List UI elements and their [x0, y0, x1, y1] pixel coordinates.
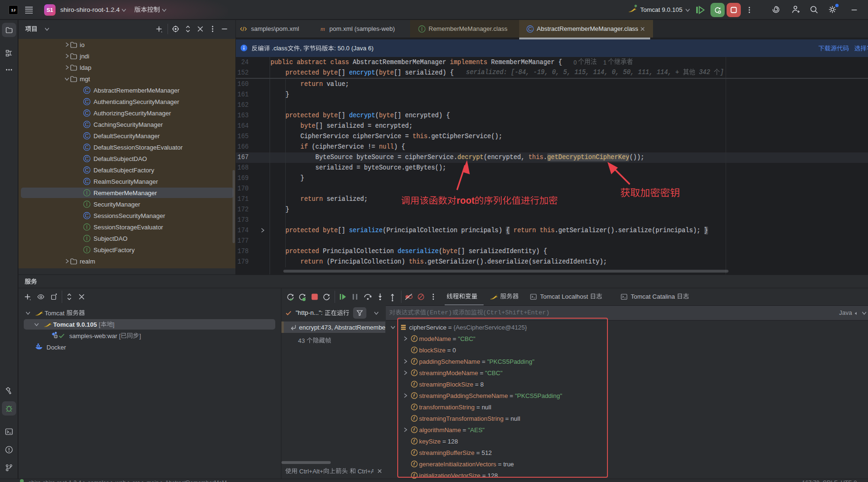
- svg-text:C: C: [528, 26, 532, 32]
- svg-text:C: C: [85, 87, 89, 93]
- svg-text:C: C: [85, 110, 89, 116]
- svg-text:I: I: [86, 190, 87, 196]
- svg-text:I: I: [86, 236, 87, 241]
- svg-text:C: C: [85, 133, 89, 139]
- svg-text:C: C: [85, 167, 89, 173]
- svg-text:C: C: [85, 122, 89, 127]
- svg-text:I: I: [86, 247, 87, 253]
- svg-text:I: I: [421, 26, 422, 32]
- svg-text:C: C: [85, 99, 89, 104]
- svg-text:I: I: [86, 201, 87, 207]
- svg-text:I: I: [86, 224, 87, 230]
- svg-text:C: C: [85, 144, 89, 150]
- svg-text:C: C: [85, 179, 89, 184]
- svg-text:m: m: [320, 25, 325, 32]
- svg-text:C: C: [85, 156, 89, 161]
- svg-text:C: C: [85, 213, 89, 218]
